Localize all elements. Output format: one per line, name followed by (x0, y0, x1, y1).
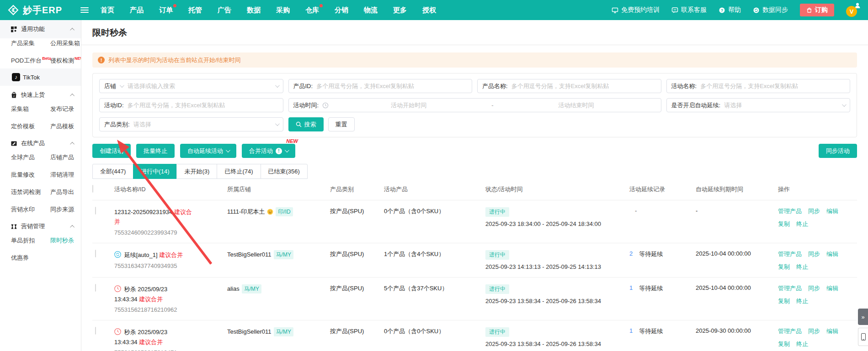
sidebar-section-online-products[interactable]: 在线产品 (0, 134, 81, 152)
sidebar-item-pod-workbench[interactable]: POD工作台Beta (11, 57, 50, 65)
free-training-link[interactable]: 免费预约培训 (612, 6, 660, 14)
data-sync-link[interactable]: 数据同步 (753, 6, 788, 14)
sync-link[interactable]: 同步 (808, 250, 820, 258)
nav-orders[interactable]: 订单 (159, 6, 173, 15)
subscribe-button[interactable]: 订购 (800, 4, 834, 16)
sidebar-section-marketing[interactable]: 营销管理 (0, 217, 81, 236)
sidebar-item-batch-edit[interactable]: 批量修改 (11, 171, 50, 179)
manage-products-link[interactable]: 管理产品 (778, 284, 802, 293)
select-all-checkbox[interactable] (92, 185, 93, 193)
sidebar-item-infringement-check[interactable]: 侵权检测NEW (50, 57, 81, 65)
help-link[interactable]: ? 帮助 (719, 6, 741, 14)
terminate-link[interactable]: 终止 (796, 263, 808, 271)
tab-not-started[interactable]: 未开始(3) (176, 164, 217, 179)
sidebar-item-single-discount[interactable]: 单品折扣 (11, 236, 50, 245)
manage-products-link[interactable]: 管理产品 (778, 207, 802, 215)
auto-renew-select[interactable]: 是否开启自动延续: 请选择 (666, 98, 851, 112)
nav-authorize[interactable]: 授权 (422, 6, 436, 15)
renew-count-link[interactable]: 2 (629, 250, 633, 258)
sidebar-section-general[interactable]: 通用功能 (0, 20, 81, 38)
nav-distribution[interactable]: 分销 (335, 6, 348, 15)
row-checkbox[interactable] (95, 250, 96, 257)
sidebar-item-sync-source[interactable]: 同步来源 (50, 205, 81, 214)
sidebar-item-collect-box[interactable]: 采集箱 (11, 105, 50, 113)
sidebar-item-slow-moving-cleanup[interactable]: 滞销清理 (50, 171, 81, 179)
create-activity-button[interactable]: 创建活动 (92, 144, 131, 158)
sidebar-item-marketing-watermark[interactable]: 营销水印 (11, 205, 50, 214)
reset-button[interactable]: 重置 (328, 117, 355, 131)
sidebar-item-product-export[interactable]: 产品导出 (50, 188, 81, 196)
activity-time-range-picker[interactable]: 活动时间: 活动开始时间 - 活动结束时间 (288, 98, 661, 112)
manage-products-link[interactable]: 管理产品 (778, 250, 802, 258)
activity-name-input[interactable]: 活动名称: 多个用逗号分隔，支持Excel复制粘贴 (666, 79, 851, 93)
activity-id-input[interactable]: 活动ID: 多个用逗号分隔，支持Excel复制粘贴 (99, 98, 283, 112)
sync-link[interactable]: 同步 (808, 207, 820, 215)
sidebar-section-quick-listing[interactable]: ⚡ 快速上货 (0, 86, 81, 104)
shop-filter-select[interactable]: 店铺 请选择或输入搜索 (99, 79, 283, 93)
merge-suggestion-label[interactable]: 建议合并 (159, 251, 183, 258)
nav-purchase[interactable]: 采购 (276, 6, 290, 15)
end-time-placeholder: 活动结束时间 (496, 101, 656, 110)
contact-support-link[interactable]: 联系客服 (671, 6, 707, 14)
site-tag: 印/ID (276, 207, 293, 216)
copy-link[interactable]: 复制 (778, 220, 790, 228)
sidebar-item-coupon[interactable]: 优惠券 (11, 254, 50, 262)
nav-products[interactable]: 产品 (130, 6, 144, 15)
product-id-input[interactable]: 产品ID: 多个用逗号分隔，支持Excel复制粘贴 (288, 79, 473, 93)
edit-link[interactable]: 编辑 (826, 250, 838, 258)
nav-hosting[interactable]: 托管 (188, 6, 202, 15)
sidebar-item-shop-products[interactable]: 店铺产品 (50, 153, 81, 162)
notice-text: 列表中显示的时间为活动在当前站点开始/结束时间 (108, 56, 241, 64)
sidebar-item-banned-words-check[interactable]: 违禁词检测 (11, 188, 50, 196)
sidebar-item-publish-records[interactable]: 发布记录 (50, 105, 81, 113)
user-avatar[interactable]: V (846, 3, 860, 17)
renew-count-link[interactable]: 1 (629, 327, 633, 335)
tab-in-progress[interactable]: 进行中(14) (133, 164, 177, 179)
copy-link[interactable]: 复制 (778, 297, 790, 305)
tab-terminated[interactable]: 已终止(74) (217, 164, 261, 179)
nav-warehouse[interactable]: 仓库 (305, 6, 319, 15)
search-button[interactable]: 搜索 (288, 117, 324, 131)
tab-ended[interactable]: 已结束(356) (261, 164, 308, 179)
batch-terminate-button[interactable]: 批量终止 (136, 144, 175, 158)
terminate-link[interactable]: 终止 (796, 340, 808, 348)
sidebar-item-pricing-template[interactable]: 定价模板 (11, 122, 50, 131)
merge-suggestion-label[interactable]: 建议合并 (139, 339, 163, 346)
edit-link[interactable]: 编辑 (826, 327, 838, 335)
terminate-link[interactable]: 终止 (796, 297, 808, 305)
sidebar-item-global-products[interactable]: 全球产品 (11, 153, 50, 162)
row-checkbox[interactable] (95, 207, 96, 215)
auto-renew-activity-button[interactable]: 自动延续活动 (180, 144, 236, 158)
nav-home[interactable]: 首页 (101, 6, 114, 15)
row-checkbox[interactable] (95, 327, 96, 335)
merge-suggestion-label[interactable]: 建议合并 (139, 296, 163, 303)
mobile-app-button[interactable] (858, 328, 868, 346)
terminate-link[interactable]: 终止 (796, 220, 808, 228)
tab-all[interactable]: 全部(447) (92, 164, 133, 179)
sidebar-item-product-template[interactable]: 产品模板 (50, 122, 81, 131)
sync-link[interactable]: 同步 (808, 284, 820, 293)
merge-activity-button[interactable]: 合并活动 ! (242, 144, 295, 158)
sync-link[interactable]: 同步 (808, 327, 820, 335)
sidebar-item-product-collect[interactable]: 产品采集 (11, 39, 50, 47)
nav-ads[interactable]: 广告 (218, 6, 231, 15)
sidebar-platform-tiktok[interactable]: ♪ TikTok (0, 68, 81, 86)
menu-hamburger-icon[interactable] (80, 6, 89, 14)
product-name-input[interactable]: 产品名称: 多个用逗号分隔，支持Excel复制粘贴 (477, 79, 661, 93)
sync-activity-button[interactable]: 同步活动 (819, 144, 857, 158)
brand-logo[interactable]: 妙手ERP (0, 4, 78, 16)
collapse-panel-button[interactable]: » (858, 309, 868, 325)
category-select[interactable]: 产品类别: 请选择 (99, 117, 283, 131)
nav-data[interactable]: 数据 (247, 6, 261, 15)
renew-count-link[interactable]: 1 (629, 284, 633, 293)
edit-link[interactable]: 编辑 (826, 284, 838, 293)
sidebar-item-flash-sale[interactable]: 限时秒杀 (50, 236, 81, 245)
nav-more[interactable]: 更多 (393, 6, 407, 15)
row-checkbox[interactable] (95, 284, 96, 292)
copy-link[interactable]: 复制 (778, 340, 790, 348)
sidebar-item-public-collect-box[interactable]: 公用采集箱 (50, 39, 81, 47)
nav-logistics[interactable]: 物流 (364, 6, 378, 15)
edit-link[interactable]: 编辑 (826, 207, 838, 215)
copy-link[interactable]: 复制 (778, 263, 790, 271)
manage-products-link[interactable]: 管理产品 (778, 327, 802, 335)
